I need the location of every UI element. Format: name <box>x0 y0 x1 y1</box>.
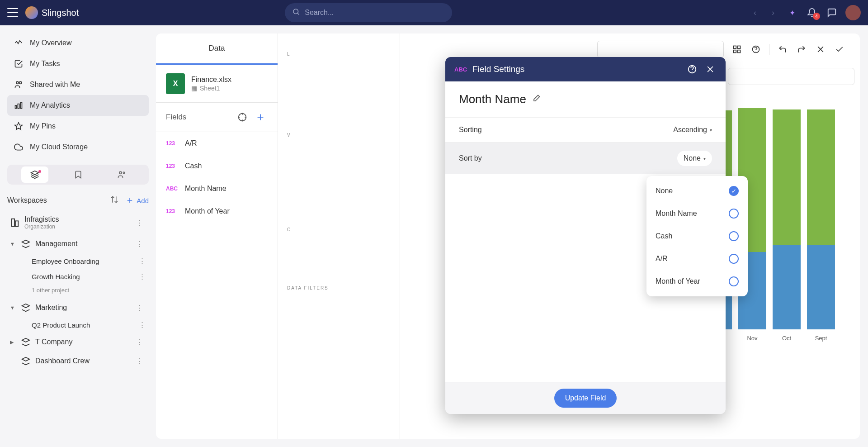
dropdown-option[interactable]: None <box>646 180 748 202</box>
notif-badge: 4 <box>813 13 820 20</box>
svg-marker-15 <box>22 304 30 308</box>
svg-rect-4 <box>15 105 17 109</box>
update-field-button[interactable]: Update Field <box>554 389 617 408</box>
nav-my-analytics[interactable]: My Analytics <box>7 95 149 116</box>
analytics-icon <box>14 100 24 110</box>
target-icon[interactable] <box>235 110 250 124</box>
sorting-label: Sorting <box>459 126 482 134</box>
chart-title-input[interactable] <box>728 68 854 85</box>
global-search[interactable] <box>285 3 452 22</box>
radio-icon <box>729 276 739 286</box>
radio-icon <box>729 231 739 241</box>
confirm-icon[interactable] <box>834 43 845 55</box>
radio-icon <box>729 186 739 196</box>
layers-icon <box>21 356 31 366</box>
chart-bar <box>773 109 801 329</box>
view-bookmarks[interactable] <box>65 166 92 183</box>
org-icon <box>10 218 20 228</box>
radio-icon <box>729 209 739 219</box>
sortby-value-select[interactable]: None ▾ <box>677 151 712 166</box>
proj-employee-onboarding[interactable]: Employee Onboarding ⋮ <box>7 253 149 269</box>
viz-type-select[interactable] <box>597 41 724 58</box>
field-row[interactable]: 123A/R <box>156 132 278 155</box>
add-field-icon[interactable] <box>253 110 268 124</box>
ws-tcompany[interactable]: ▶ T Company ⋮ <box>7 333 149 352</box>
view-layers[interactable] <box>21 166 48 183</box>
app-logo[interactable]: Slingshot <box>25 6 79 19</box>
sort-icon[interactable] <box>110 195 118 205</box>
svg-rect-6 <box>20 102 22 108</box>
nav-cloud-storage[interactable]: My Cloud Storage <box>7 137 149 157</box>
field-row[interactable]: 123Month of Year <box>156 200 278 223</box>
nav-label: Shared with Me <box>30 81 80 89</box>
dropdown-option[interactable]: A/R <box>646 247 748 270</box>
field-name: A/R <box>185 139 197 147</box>
x-axis-label: Sept <box>807 335 835 342</box>
svg-rect-28 <box>738 50 741 52</box>
notifications-icon[interactable]: 4 <box>806 6 818 19</box>
nav-my-pins[interactable]: My Pins <box>7 116 149 137</box>
proj-menu[interactable]: ⋮ <box>136 257 149 265</box>
ws-marketing[interactable]: ▼ Marketing ⋮ <box>7 298 149 317</box>
search-icon <box>292 8 300 18</box>
search-input[interactable] <box>305 9 445 17</box>
option-label: Cash <box>656 232 672 240</box>
ws-dashboard-crew[interactable]: Dashboard Crew ⋮ <box>7 352 149 371</box>
ws-menu[interactable]: ⋮ <box>133 357 146 366</box>
field-type-badge: 123 <box>166 208 179 214</box>
tab-data[interactable]: Data <box>156 33 278 65</box>
ws-menu[interactable]: ⋮ <box>133 338 146 347</box>
edit-icon[interactable] <box>532 92 541 106</box>
nav-back[interactable]: ‹ <box>750 7 760 18</box>
nav-label: My Pins <box>30 122 56 130</box>
nav-forward[interactable]: › <box>768 7 778 18</box>
field-row[interactable]: ABCMonth Name <box>156 177 278 200</box>
caret-right-icon[interactable]: ▶ <box>10 339 16 345</box>
svg-rect-12 <box>12 219 14 227</box>
chat-icon[interactable] <box>826 6 838 19</box>
dropdown-option[interactable]: Month of Year <box>646 270 748 293</box>
proj-growth-hacking[interactable]: Growth Hacking ⋮ <box>7 269 149 284</box>
svg-rect-27 <box>734 50 736 52</box>
nav-shared[interactable]: Shared with Me <box>7 74 149 95</box>
sorting-value-select[interactable]: Ascending ▾ <box>673 126 712 134</box>
caret-down-icon[interactable]: ▼ <box>10 241 16 247</box>
grid-icon[interactable] <box>731 43 743 55</box>
menu-hamburger[interactable] <box>7 8 18 17</box>
proj-q2-launch[interactable]: Q2 Product Launch ⋮ <box>7 317 149 333</box>
svg-rect-25 <box>734 46 736 48</box>
user-avatar[interactable] <box>845 5 861 20</box>
ws-menu[interactable]: ⋮ <box>133 219 146 227</box>
ws-infragistics[interactable]: Infragistics Organization ⋮ <box>7 211 149 234</box>
svg-point-9 <box>123 172 124 173</box>
field-name-display: Month Name <box>459 92 526 106</box>
field-type-badge: ABC <box>166 185 179 192</box>
field-type-badge: 123 <box>166 163 179 169</box>
proj-menu[interactable]: ⋮ <box>136 272 149 281</box>
ai-sparkle-icon[interactable]: ✦ <box>786 6 798 19</box>
caret-down-icon[interactable]: ▼ <box>10 305 16 310</box>
close-icon[interactable] <box>815 43 826 55</box>
data-source-file[interactable]: X Finance.xlsx ▦ Sheet1 <box>156 65 278 103</box>
modal-help-icon[interactable] <box>686 63 698 76</box>
other-projects-link[interactable]: 1 other project <box>7 284 149 298</box>
ws-management[interactable]: ▼ Management ⋮ <box>7 234 149 253</box>
modal-close-icon[interactable] <box>704 63 717 76</box>
ws-menu[interactable]: ⋮ <box>133 304 146 312</box>
chart-bar <box>807 109 835 329</box>
view-people[interactable] <box>108 166 135 183</box>
proj-menu[interactable]: ⋮ <box>136 321 149 329</box>
redo-icon[interactable] <box>796 43 807 55</box>
nav-my-overview[interactable]: My Overview <box>7 33 149 53</box>
dropdown-option[interactable]: Month Name <box>646 202 748 225</box>
help-icon[interactable] <box>750 43 762 55</box>
undo-icon[interactable] <box>777 43 788 55</box>
dropdown-option[interactable]: Cash <box>646 225 748 247</box>
nav-my-tasks[interactable]: My Tasks <box>7 53 149 74</box>
field-row[interactable]: 123Cash <box>156 155 278 177</box>
ws-menu[interactable]: ⋮ <box>133 240 146 248</box>
sortby-label: Sort by <box>459 154 482 162</box>
nav-label: My Cloud Storage <box>30 143 88 151</box>
config-v-label: V <box>287 133 391 138</box>
add-workspace[interactable]: Add <box>126 196 149 204</box>
